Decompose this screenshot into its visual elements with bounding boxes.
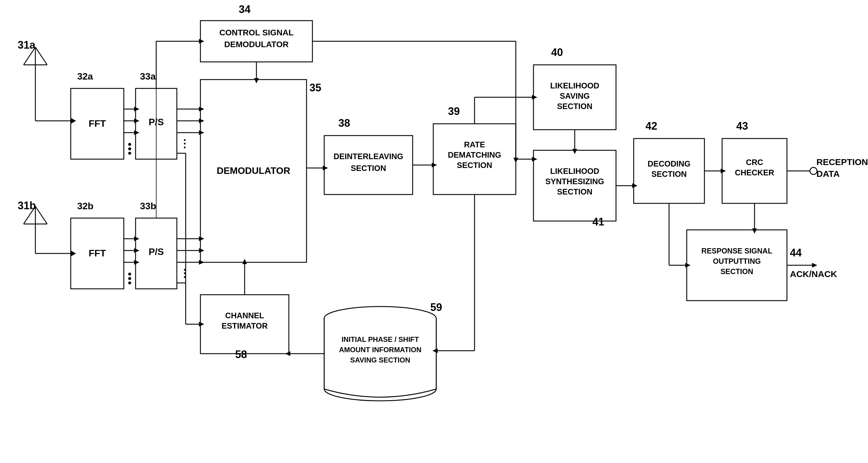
svg-text:AMOUNT INFORMATION: AMOUNT INFORMATION <box>339 346 422 354</box>
svg-text:SYNTHESIZING: SYNTHESIZING <box>545 177 604 186</box>
svg-text:CRC: CRC <box>746 158 763 167</box>
svg-text:32a: 32a <box>77 71 93 82</box>
svg-text:OUTPUTTING: OUTPUTTING <box>713 257 761 265</box>
svg-text:FFT: FFT <box>89 118 106 129</box>
svg-text:SAVING SECTION: SAVING SECTION <box>350 356 410 364</box>
svg-point-99 <box>128 281 131 284</box>
svg-text:SECTION: SECTION <box>457 161 492 170</box>
svg-text:SECTION: SECTION <box>557 102 592 111</box>
svg-text:31b: 31b <box>18 199 36 212</box>
svg-text:⋮: ⋮ <box>179 137 190 150</box>
svg-text:DATA: DATA <box>816 169 840 179</box>
svg-text:58: 58 <box>235 348 247 361</box>
svg-text:33a: 33a <box>140 71 156 82</box>
svg-text:ESTIMATOR: ESTIMATOR <box>222 321 268 330</box>
svg-point-90 <box>128 152 131 155</box>
svg-text:DEINTERLEAVING: DEINTERLEAVING <box>334 152 403 161</box>
svg-text:CHANNEL: CHANNEL <box>225 311 264 320</box>
svg-text:RECEPTION: RECEPTION <box>816 157 868 167</box>
svg-text:CONTROL SIGNAL: CONTROL SIGNAL <box>219 28 293 37</box>
svg-text:33b: 33b <box>140 201 156 211</box>
svg-text:59: 59 <box>430 301 442 313</box>
svg-text:ACK/NACK: ACK/NACK <box>790 269 837 279</box>
diagram-svg: 31a 31b FFT 32a P/S 33a FFT 32b P/S 33b … <box>0 0 868 463</box>
svg-text:INITIAL PHASE / SHIFT: INITIAL PHASE / SHIFT <box>342 335 419 343</box>
svg-text:43: 43 <box>736 120 748 132</box>
svg-text:LIKELIHOOD: LIKELIHOOD <box>550 81 599 90</box>
svg-rect-57 <box>687 230 787 301</box>
svg-text:RESPONSE SIGNAL: RESPONSE SIGNAL <box>702 247 772 255</box>
svg-text:RATE: RATE <box>464 140 485 149</box>
svg-text:40: 40 <box>551 46 563 58</box>
svg-text:CHECKER: CHECKER <box>735 168 774 177</box>
svg-rect-69 <box>324 319 436 389</box>
svg-text:SECTION: SECTION <box>351 164 386 173</box>
svg-text:42: 42 <box>646 120 657 132</box>
svg-text:31a: 31a <box>18 39 36 51</box>
svg-text:35: 35 <box>309 82 321 94</box>
svg-text:FFT: FFT <box>89 248 106 258</box>
diagram-container: 31a 31b FFT 32a P/S 33a FFT 32b P/S 33b … <box>0 0 868 463</box>
svg-text:34: 34 <box>239 3 250 15</box>
svg-text:SECTION: SECTION <box>557 187 592 196</box>
svg-text:DEMODULATOR: DEMODULATOR <box>224 40 288 49</box>
svg-point-140 <box>810 167 817 175</box>
svg-text:41: 41 <box>592 216 604 228</box>
svg-point-88 <box>128 143 131 146</box>
svg-text:DECODING: DECODING <box>648 159 690 168</box>
svg-point-97 <box>128 273 131 276</box>
svg-text:39: 39 <box>448 105 460 117</box>
svg-text:32b: 32b <box>77 201 93 211</box>
svg-point-98 <box>128 277 131 280</box>
svg-point-89 <box>128 147 131 150</box>
svg-text:SECTION: SECTION <box>720 267 753 276</box>
svg-text:⋮: ⋮ <box>179 267 190 279</box>
svg-text:38: 38 <box>338 117 350 129</box>
svg-text:P/S: P/S <box>149 246 164 257</box>
svg-text:LIKELIHOOD: LIKELIHOOD <box>550 167 599 176</box>
svg-text:44: 44 <box>790 247 802 259</box>
svg-text:SAVING: SAVING <box>560 92 590 100</box>
svg-text:DEMODULATOR: DEMODULATOR <box>217 165 290 176</box>
svg-text:DEMATCHING: DEMATCHING <box>448 151 501 159</box>
svg-text:SECTION: SECTION <box>651 170 687 179</box>
